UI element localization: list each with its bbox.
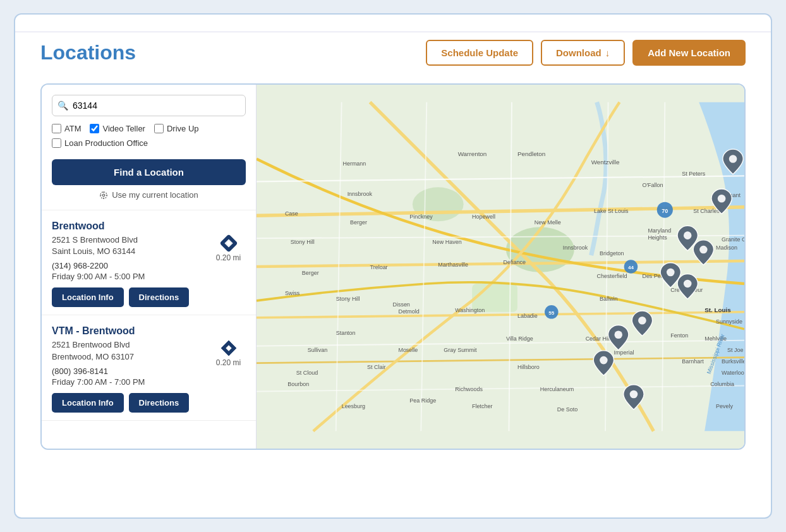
current-location-icon [99,191,108,200]
svg-text:Moselle: Moselle [398,347,418,353]
svg-point-97 [638,317,646,325]
svg-text:Hopewell: Hopewell [472,214,495,220]
location-address-line1: 2521 Brentwood Blvd [52,339,211,351]
map-area[interactable]: 70 44 55 Wentzville Pendleton Warrenton … [257,85,744,449]
svg-text:Gray Summit: Gray Summit [444,347,477,353]
svg-text:55: 55 [548,310,554,316]
atm-label: ATM [64,124,81,133]
distance-badge: 0.20 mi [211,339,246,367]
atm-checkbox[interactable] [52,124,61,133]
loan-production-filter[interactable]: Loan Production Office [52,138,148,148]
atm-filter[interactable]: ATM [52,124,81,133]
video-teller-filter[interactable]: Video Teller [90,124,145,133]
location-info-button[interactable]: Location Info [52,287,124,307]
directions-diamond-icon [220,234,238,252]
schedule-update-button[interactable]: Schedule Update [426,40,533,66]
download-button[interactable]: Download ↓ [541,40,625,66]
svg-point-93 [684,231,692,239]
video-teller-checkbox[interactable] [90,124,99,133]
location-distance-row: 2521 S Brentwood Blvd Saint Louis, MO 63… [52,234,246,281]
svg-text:Treloar: Treloar [370,264,388,270]
svg-text:Pevely: Pevely [716,403,733,409]
directions-button[interactable]: Directions [129,287,190,307]
location-address-line2: Brentwood, MO 63107 [52,351,211,363]
location-name: VTM - Brentwood [52,325,246,337]
svg-text:Fenton: Fenton [670,332,688,339]
svg-text:44: 44 [628,265,634,270]
svg-text:Sullivan: Sullivan [308,347,327,353]
svg-text:Lake St Louis: Lake St Louis [594,208,629,214]
search-icon: 🔍 [57,100,68,111]
location-address-line1: 2521 S Brentwood Blvd [52,234,211,246]
header-actions: Schedule Update Download ↓ Add New Locat… [426,40,746,66]
location-distance-row: 2521 Brentwood Blvd Brentwood, MO 63107 … [52,339,246,386]
find-location-button[interactable]: Find a Location [52,159,246,185]
svg-text:St Cloud: St Cloud [296,370,318,376]
distance-text: 0.20 mi [216,253,241,262]
svg-text:Pinckney: Pinckney [409,214,433,220]
drive-up-checkbox[interactable] [154,124,164,133]
svg-text:Innsbrook: Innsbrook [563,245,588,251]
svg-point-95 [667,269,675,277]
svg-text:Hillsboro: Hillsboro [517,364,540,370]
svg-text:O'Fallon: O'Fallon [642,182,663,188]
directions-button-2[interactable]: Directions [129,393,190,413]
filter-row-2: Loan Production Office [52,138,246,148]
location-address-line2: Saint Louis, MO 63144 [52,246,211,257]
location-phone: (314) 968-2200 [52,261,211,270]
svg-text:Swiss: Swiss [285,290,300,296]
svg-text:Burksville: Burksville [722,358,744,365]
svg-text:St Joe: St Joe [727,347,743,353]
svg-text:De Soto: De Soto [557,406,577,413]
svg-text:70: 70 [662,208,668,214]
location-info-button-2[interactable]: Location Info [52,393,124,413]
svg-text:Villa Ridge: Villa Ridge [506,336,533,342]
search-input[interactable] [52,95,246,116]
svg-text:Bourbon: Bourbon [287,381,309,387]
svg-text:Bridgeton: Bridgeton [600,250,624,257]
svg-point-0 [102,194,105,196]
location-name: Brentwood [52,221,246,232]
svg-text:Berger: Berger [350,219,367,226]
svg-text:Innsbrook: Innsbrook [348,191,373,197]
list-item: VTM - Brentwood 2521 Brentwood Blvd Bren… [42,315,256,420]
svg-point-98 [614,330,622,339]
drive-up-label: Drive Up [167,124,199,133]
map-svg: 70 44 55 Wentzville Pendleton Warrenton … [257,85,744,449]
svg-text:Detmold: Detmold [398,308,419,315]
svg-text:Dissen: Dissen [392,301,409,308]
svg-point-100 [630,390,638,399]
location-actions: Location Info Directions [52,393,246,413]
search-section: 🔍 ATM Video Teller [42,85,256,210]
map-container: 🔍 ATM Video Teller [40,83,746,450]
svg-text:Columbia: Columbia [710,381,734,387]
svg-text:St. Louis: St. Louis [704,306,731,313]
distance-badge: 0.20 mi [211,234,246,262]
svg-text:St Charles: St Charles [693,208,720,214]
svg-text:Chesterfield: Chesterfield [597,273,627,279]
use-current-location[interactable]: Use my current location [52,190,246,200]
location-hours: Friday 7:00 AM - 7:00 PM [52,377,211,387]
svg-text:Case: Case [285,210,298,217]
drive-up-filter[interactable]: Drive Up [154,124,199,133]
svg-text:Berger: Berger [302,270,319,276]
add-new-location-button[interactable]: Add New Location [632,40,746,66]
location-details: 2521 Brentwood Blvd Brentwood, MO 63107 … [52,339,211,386]
svg-text:Maryland: Maryland [648,227,671,234]
list-item: Brentwood 2521 S Brentwood Blvd Saint Lo… [42,210,256,315]
svg-text:Imperial: Imperial [614,349,634,356]
svg-text:Fletcher: Fletcher [472,403,492,409]
loan-production-label: Loan Production Office [64,138,148,148]
svg-text:Leesburg: Leesburg [342,403,365,409]
svg-text:Stanton: Stanton [336,330,356,336]
filter-row-1: ATM Video Teller Drive Up [52,124,246,133]
map-background: 70 44 55 Wentzville Pendleton Warrenton … [257,85,744,449]
svg-text:New Melle: New Melle [535,219,561,226]
svg-text:Granite City: Granite City [722,236,744,243]
svg-text:Waterloo: Waterloo [722,370,744,376]
svg-text:Sunnyside: Sunnyside [716,318,742,325]
svg-text:Washington: Washington [455,307,485,313]
svg-text:Stony Hill: Stony Hill [336,296,360,302]
svg-text:Wentzville: Wentzville [591,159,620,166]
loan-production-checkbox[interactable] [52,138,61,148]
